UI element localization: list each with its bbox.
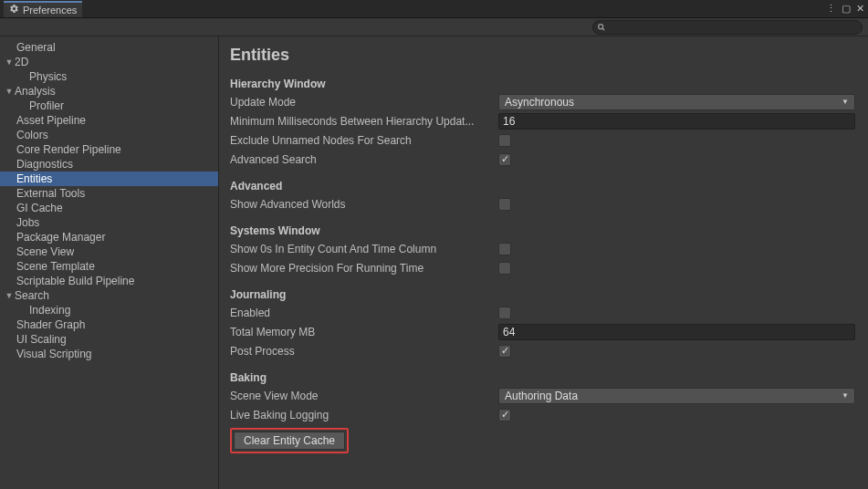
tree-expand-icon[interactable]: ▼ (4, 291, 15, 300)
row-show-0s: Show 0s In Entity Count And Time Column (230, 239, 855, 258)
checkbox-live-baking[interactable] (498, 409, 511, 421)
checkbox-journaling-enabled[interactable] (498, 307, 511, 319)
sidebar-item-scene-template[interactable]: Scene Template (0, 259, 218, 274)
sidebar-item-colors[interactable]: Colors (0, 128, 218, 142)
label-total-mem: Total Memory MB (230, 326, 498, 338)
preferences-tab[interactable]: Preferences (4, 1, 82, 17)
section-header-systems: Systems Window (230, 224, 855, 237)
dropdown-update-mode-value: Asynchronous (505, 96, 574, 109)
sidebar-item-indexing[interactable]: Indexing (0, 303, 218, 317)
highlight-clear-cache: Clear Entity Cache (230, 428, 349, 453)
sidebar-item-core-render-pipeline[interactable]: Core Render Pipeline (0, 142, 218, 157)
row-update-mode: Update Mode Asynchronous ▼ (230, 92, 855, 111)
sidebar-item-label: 2D (15, 56, 28, 68)
sidebar-item-label: Shader Graph (16, 318, 85, 331)
sidebar-item-entities[interactable]: Entities (0, 172, 218, 186)
sidebar-item-label: Jobs (16, 216, 39, 229)
sidebar-item-external-tools[interactable]: External Tools (0, 186, 218, 201)
row-show-more-precision: Show More Precision For Running Time (230, 258, 855, 277)
sidebar-item-visual-scripting[interactable]: Visual Scripting (0, 347, 218, 361)
label-live-baking: Live Baking Logging (230, 409, 498, 421)
search-box[interactable] (592, 20, 863, 35)
row-min-ms: Minimum Milliseconds Between Hierarchy U… (230, 111, 855, 130)
tree-expand-icon[interactable]: ▼ (4, 87, 15, 96)
row-scene-view-mode: Scene View Mode Authoring Data ▼ (230, 386, 855, 405)
search-input[interactable] (606, 22, 858, 33)
sidebar-item-label: Diagnostics (16, 158, 73, 171)
sidebar-item-label: Search (15, 289, 49, 302)
content-panel: Entities Hierarchy Window Update Mode As… (219, 36, 868, 489)
maximize-icon[interactable]: ▢ (842, 3, 851, 15)
label-min-ms: Minimum Milliseconds Between Hierarchy U… (230, 115, 498, 128)
window-menu-icon[interactable]: ⋮ (826, 3, 836, 15)
sidebar-item-scriptable-build-pipeline[interactable]: Scriptable Build Pipeline (0, 274, 218, 288)
sidebar-item-label: Analysis (15, 85, 56, 98)
close-icon[interactable]: ✕ (856, 3, 864, 15)
section-header-baking: Baking (230, 371, 855, 384)
checkbox-show-0s[interactable] (498, 243, 511, 255)
sidebar-item-label: External Tools (16, 187, 85, 200)
svg-point-0 (599, 24, 603, 28)
row-exclude-unnamed: Exclude Unnamed Nodes For Search (230, 130, 855, 150)
sidebar-item-scene-view[interactable]: Scene View (0, 244, 218, 259)
dropdown-scene-view-mode-value: Authoring Data (505, 390, 578, 402)
checkbox-post-process[interactable] (498, 345, 511, 358)
label-journaling-enabled: Enabled (230, 307, 498, 319)
label-exclude-unnamed: Exclude Unnamed Nodes For Search (230, 134, 498, 147)
sidebar-item-general[interactable]: General (0, 40, 218, 55)
row-show-adv-worlds: Show Advanced Worlds (230, 194, 855, 213)
sidebar-item-label: Entities (16, 172, 52, 185)
section-header-hierarchy: Hierarchy Window (230, 78, 855, 90)
checkbox-exclude-unnamed[interactable] (498, 134, 511, 147)
chevron-down-icon: ▼ (842, 98, 849, 106)
sidebar-item-label: Scriptable Build Pipeline (16, 275, 134, 287)
sidebar-item-search[interactable]: ▼Search (0, 288, 218, 303)
sidebar-item-label: Colors (16, 129, 48, 141)
label-update-mode: Update Mode (230, 96, 498, 109)
label-post-process: Post Process (230, 345, 498, 358)
sidebar-item-label: General (16, 41, 56, 54)
clear-entity-cache-button[interactable]: Clear Entity Cache (234, 432, 345, 450)
dropdown-update-mode[interactable]: Asynchronous ▼ (498, 94, 855, 110)
sidebar-item-diagnostics[interactable]: Diagnostics (0, 157, 218, 172)
row-journaling-enabled: Enabled (230, 303, 855, 322)
sidebar-item-label: Asset Pipeline (16, 114, 86, 127)
sidebar-item-shader-graph[interactable]: Shader Graph (0, 317, 218, 332)
titlebar: Preferences ⋮ ▢ ✕ (0, 0, 868, 18)
input-min-ms[interactable]: 16 (498, 113, 855, 130)
sidebar-item-label: UI Scaling (16, 333, 67, 346)
sidebar-item-package-manager[interactable]: Package Manager (0, 230, 218, 244)
sidebar-item-physics[interactable]: Physics (0, 69, 218, 84)
sidebar-item-jobs[interactable]: Jobs (0, 215, 218, 230)
sidebar-item-analysis[interactable]: ▼Analysis (0, 84, 218, 99)
sidebar-item-2d[interactable]: ▼2D (0, 55, 218, 69)
tree-expand-icon[interactable]: ▼ (4, 57, 15, 67)
window-controls: ⋮ ▢ ✕ (826, 3, 864, 15)
label-show-0s: Show 0s In Entity Count And Time Column (230, 243, 498, 255)
tab-title: Preferences (23, 5, 77, 16)
sidebar-item-asset-pipeline[interactable]: Asset Pipeline (0, 113, 218, 128)
label-show-more-precision: Show More Precision For Running Time (230, 262, 498, 275)
page-title: Entities (230, 46, 855, 65)
checkbox-show-more-precision[interactable] (498, 262, 511, 275)
checkbox-show-adv-worlds[interactable] (498, 198, 511, 211)
sidebar-item-ui-scaling[interactable]: UI Scaling (0, 332, 218, 347)
sidebar-item-label: Profiler (29, 99, 64, 112)
search-row (0, 18, 868, 36)
label-scene-view-mode: Scene View Mode (230, 390, 498, 402)
sidebar-item-profiler[interactable]: Profiler (0, 99, 218, 113)
input-total-mem[interactable]: 64 (498, 324, 855, 340)
row-post-process: Post Process (230, 341, 855, 360)
sidebar-item-label: Indexing (29, 304, 70, 317)
sidebar-item-gi-cache[interactable]: GI Cache (0, 201, 218, 215)
sidebar-item-label: Scene Template (16, 260, 95, 273)
label-advanced-search: Advanced Search (230, 153, 498, 166)
sidebar-item-label: Package Manager (16, 231, 105, 244)
sidebar-item-label: Core Render Pipeline (16, 143, 121, 156)
checkbox-advanced-search[interactable] (498, 153, 511, 166)
chevron-down-icon: ▼ (842, 391, 849, 400)
svg-line-1 (602, 28, 604, 30)
sidebar-item-label: Visual Scripting (16, 348, 92, 360)
dropdown-scene-view-mode[interactable]: Authoring Data ▼ (498, 388, 855, 404)
sidebar-item-label: Scene View (16, 245, 74, 258)
